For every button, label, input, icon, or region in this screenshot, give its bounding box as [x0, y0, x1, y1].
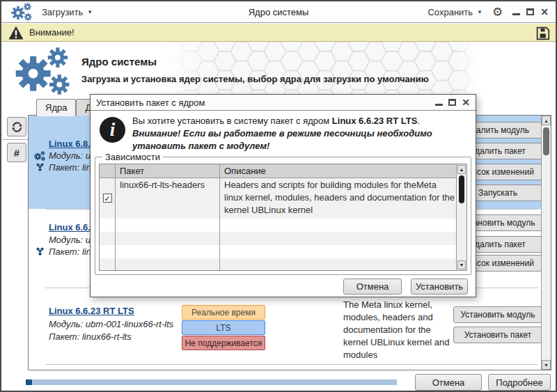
cancel-button[interactable]: Отмена: [415, 374, 482, 391]
kernel-package: Пакет: lin: [49, 246, 91, 257]
dependency-checkbox[interactable]: ✓: [103, 194, 112, 203]
page-header: Ядро системы Загрузка и установка ядер с…: [1, 42, 556, 97]
warning-triangle-icon: [8, 26, 24, 40]
empty-row: [100, 245, 457, 258]
dependencies-group: Зависимости Пакет Описание ✓ linux66-rt-…: [95, 157, 471, 275]
refresh-button[interactable]: [7, 117, 26, 136]
table-scrollbar[interactable]: ▲ ▼: [456, 164, 466, 270]
dialog-install-button[interactable]: Установить: [411, 279, 468, 295]
dialog-message: Вы хотите установить в систему пакет с я…: [132, 115, 471, 152]
kernel-gears-icon: [13, 47, 72, 95]
save-menu-button[interactable]: Сохранить ▼: [427, 7, 483, 17]
kernel-module: Модуль: ubm-001-linux66-rt-lts: [49, 319, 173, 329]
progress-bar: [26, 379, 397, 385]
empty-row: [100, 219, 457, 232]
details-button[interactable]: Подробнее: [488, 374, 551, 391]
message-warning: Внимание! Если вы работаете в режиме пес…: [132, 128, 432, 151]
dialog-maximize-button[interactable]: [448, 99, 456, 106]
hexagon-pattern-background: [158, 42, 478, 97]
vertical-scrollbar[interactable]: ▲ ▼: [541, 116, 551, 370]
header-description: Описание: [220, 164, 457, 178]
table-header: Пакет Описание: [100, 164, 457, 178]
page-title: Ядро системы: [81, 56, 157, 68]
dependencies-legend: Зависимости: [102, 152, 163, 162]
table-scrollbar-thumb[interactable]: [459, 175, 464, 203]
page-subtitle: Загрузка и установка ядер системы, выбор…: [81, 74, 429, 84]
hash-button[interactable]: #: [7, 143, 26, 162]
dialog-minimize-button[interactable]: [435, 104, 443, 106]
dependency-package: linux66-rt-lts-headers: [116, 178, 220, 219]
kernel-package: Пакет: linux66-rt-lts: [49, 331, 132, 342]
kernel-link[interactable]: Linux 6.8.: [49, 139, 91, 149]
info-icon: i: [100, 117, 125, 143]
badge-unsupported: Не поддерживается: [182, 336, 265, 350]
save-floppy-icon[interactable]: [535, 26, 550, 40]
warning-label: Внимание!: [29, 27, 74, 38]
save-menu-label: Сохранить: [427, 7, 473, 17]
row-divider: [45, 364, 538, 365]
message-suffix: .: [417, 116, 420, 126]
scroll-up-icon[interactable]: ▲: [457, 165, 466, 174]
install-package-button[interactable]: Установить пакет: [453, 327, 542, 343]
chevron-down-icon: ▼: [477, 9, 483, 15]
dependency-description: Headers and scripts for building modules…: [220, 178, 457, 219]
progress-fill: [26, 379, 32, 385]
kernel-link[interactable]: Linux 6.6.: [49, 222, 91, 233]
maximize-button[interactable]: [526, 8, 534, 15]
badge-lts: LTS: [182, 320, 265, 335]
install-kernel-dialog: Установить пакет с ядром ✕ i Вы хотите у…: [90, 94, 476, 297]
dialog-title: Установить пакет с ядром: [96, 97, 205, 108]
warning-bar: Внимание!: [1, 24, 556, 42]
message-prefix: Вы хотите установить в систему пакет с я…: [132, 116, 332, 126]
kernel-link[interactable]: Linux 6.6.23 RT LTS: [49, 306, 134, 316]
package-icon: [35, 246, 45, 256]
scroll-down-icon[interactable]: ▼: [457, 260, 466, 269]
scrollbar-thumb[interactable]: [543, 127, 549, 155]
sidebar-separator: [3, 139, 28, 140]
refresh-icon: [10, 120, 24, 134]
app-window: Загрузить ▼ Ядро системы Сохранить ▼ ⚙ ✕…: [0, 0, 557, 392]
tab-kernels[interactable]: Ядра: [36, 99, 76, 116]
scroll-down-icon[interactable]: ▼: [542, 360, 551, 370]
dialog-titlebar: Установить пакет с ядром ✕: [91, 95, 476, 111]
kernel-module: Модуль: и: [49, 235, 91, 245]
module-gears-icon: [34, 151, 45, 161]
empty-row: [100, 232, 457, 245]
dialog-cancel-button[interactable]: Отмена: [343, 279, 402, 295]
dependencies-table: Пакет Описание ✓ linux66-rt-lts-headers …: [99, 164, 467, 271]
titlebar: Загрузить ▼ Ядро системы Сохранить ▼ ⚙ ✕: [1, 1, 556, 23]
badge-realtime: Реальное время: [182, 305, 265, 320]
settings-gear-icon[interactable]: ⚙: [492, 6, 503, 18]
install-module-button[interactable]: Установить модуль: [453, 306, 542, 323]
footer-bar: Отмена Подробнее: [1, 371, 556, 391]
package-icon: [35, 162, 45, 172]
table-row[interactable]: ✓ linux66-rt-lts-headers Headers and scr…: [100, 178, 457, 219]
hash-icon: #: [14, 147, 19, 159]
kernel-module: Модуль: u: [49, 150, 91, 161]
kernel-package: Пакет: lin: [49, 162, 91, 173]
message-kernel-name: Linux 6.6.23 RT LTS: [332, 116, 418, 126]
close-button[interactable]: ✕: [540, 7, 549, 17]
header-package: Пакет: [116, 164, 220, 178]
header-checkbox-column: [100, 164, 116, 178]
empty-row: [100, 258, 457, 271]
dialog-close-button[interactable]: ✕: [462, 97, 470, 107]
scroll-up-icon[interactable]: ▲: [542, 116, 551, 125]
kernel-description: The Meta linux kernel, modules, headers …: [343, 299, 455, 361]
minimize-button[interactable]: [512, 13, 520, 15]
